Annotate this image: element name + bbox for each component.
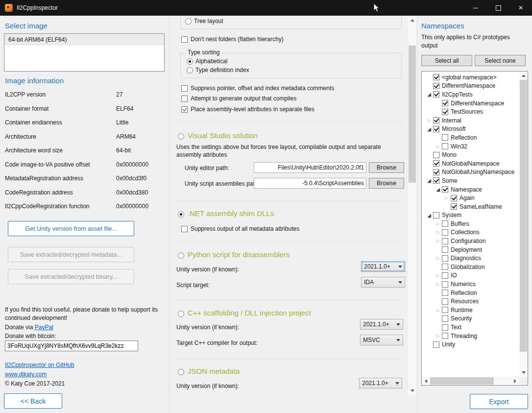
export-button[interactable]: Export [470,394,528,409]
scroll-down-button[interactable] [519,368,528,377]
alphabetical-radio-row[interactable]: Alphabetical [187,58,227,65]
namespace-checkbox[interactable] [451,195,457,201]
namespace-checkbox[interactable] [442,272,448,279]
tree-item[interactable]: ◢Il2CppTests [422,90,519,99]
tree-item[interactable]: ◢System [422,211,519,220]
suppress-metadata-comments-row[interactable]: Suppress pointer, offset and index metad… [181,85,334,92]
tree-item[interactable]: Reflection [422,133,519,142]
tree-item[interactable]: ◢Microsoft [422,125,519,134]
expander-collapsed-icon[interactable]: ▷ [425,118,433,123]
tree-item[interactable]: ▷Configuration [422,237,519,245]
tree-item[interactable]: ▷Internal [422,116,519,125]
tree-item[interactable]: ▷Again [422,194,519,202]
namespace-checkbox[interactable] [442,100,448,106]
vs-solution-section-head[interactable]: Visual Studio solution [178,131,258,140]
flatten-checkbox[interactable] [181,36,188,43]
browse-assemblies-path-button[interactable]: Browse [369,178,404,189]
alphabetical-radio[interactable] [187,58,193,65]
tree-item[interactable]: ▷Win32 [422,142,519,151]
get-unity-version-button[interactable]: Get Unity version from asset file... [8,221,134,236]
namespace-checkbox[interactable] [451,203,457,210]
cpp-compiler-combo[interactable]: MSVC [360,335,403,345]
json-radio[interactable] [178,369,184,375]
cpp-section-head[interactable]: C++ scaffolding / DLL injection project [178,309,311,317]
tree-item[interactable]: ▷Collections [422,228,519,237]
namespace-checkbox[interactable] [433,126,439,132]
json-section-head[interactable]: JSON metadata [178,367,240,375]
tree-item[interactable]: ◢Some [422,176,519,185]
namespace-checkbox[interactable] [442,316,448,322]
namespace-checkbox[interactable] [442,307,448,313]
separate-attributes-row[interactable]: Place assembly-level attributes in separ… [181,106,314,113]
tree-item[interactable]: Deployment [422,245,519,254]
maximize-button[interactable] [487,0,509,16]
namespace-checkbox[interactable] [442,281,448,288]
tree-vertical-scrollbar[interactable] [519,72,528,377]
scrollbar-thumb[interactable] [520,80,527,352]
tree-item[interactable]: Globalization [422,263,519,271]
tree-item[interactable]: Security [422,315,519,323]
namespace-checkbox[interactable] [442,143,448,149]
type-def-index-radio-row[interactable]: Type definition index [187,67,249,73]
expander-expanded-icon[interactable]: ◢ [425,92,433,97]
scroll-up-button[interactable] [408,16,416,24]
tree-item[interactable]: ▷Numerics [422,280,519,289]
scrollbar-thumb[interactable] [430,377,494,385]
tree-item[interactable]: SameLeafName [422,202,519,211]
expander-collapsed-icon[interactable]: ▷ [443,195,451,200]
back-button[interactable]: << Back [4,393,62,409]
namespace-checkbox[interactable] [433,74,439,80]
script-assemblies-path-input[interactable]: -5.0.4\ScriptAssemblies [254,178,366,189]
namespace-checkbox[interactable] [433,152,439,158]
minimize-button[interactable] [464,0,487,16]
separate-attributes-checkbox[interactable] [181,106,188,113]
namespace-checkbox[interactable] [442,134,448,141]
scrollbar-thumb[interactable] [409,46,416,183]
namespace-checkbox[interactable] [433,169,439,175]
namespace-tree[interactable]: <global namespace>DifferentNamespace◢Il2… [421,71,528,386]
namespace-checkbox[interactable] [442,324,448,331]
tree-item[interactable]: DifferentNamespace [422,82,519,91]
select-none-button[interactable]: Select none [475,55,526,66]
select-all-button[interactable]: Select all [421,55,472,66]
namespace-checkbox[interactable] [433,83,439,89]
scroll-up-button[interactable] [519,72,528,80]
suppress-attributes-checkbox[interactable] [181,226,188,232]
namespace-checkbox[interactable] [442,290,448,296]
namespace-checkbox[interactable] [442,109,448,115]
tree-item[interactable]: Text [422,323,519,332]
namespace-checkbox[interactable] [442,238,448,244]
namespace-checkbox[interactable] [442,229,448,236]
tree-item[interactable]: ▷Runtime [422,306,519,315]
cpp-unity-version-combo[interactable]: 2021.1.0+ [360,319,403,330]
image-listbox[interactable]: 64-bit ARM64 (ELF64) [4,33,165,72]
tree-item[interactable]: ▷IO [422,271,519,280]
tree-item[interactable]: ▷Buffers [422,219,519,228]
tree-item[interactable]: Unity [422,340,519,349]
scroll-down-button[interactable] [408,387,416,395]
namespace-checkbox[interactable] [433,177,439,184]
compilable-output-checkbox[interactable] [181,96,188,102]
flatten-checkbox-row[interactable]: Don't nest folders (flatten hierarchy) [181,36,284,43]
suppress-metadata-comments-checkbox[interactable] [181,85,188,92]
tree-item[interactable]: TestSources [422,107,519,116]
tree-item[interactable]: ◢Namespace [422,185,519,194]
namespace-checkbox[interactable] [433,341,439,348]
settings-scrollbar[interactable] [408,16,416,395]
expander-collapsed-icon[interactable]: ▷ [434,230,442,235]
python-radio[interactable] [178,252,184,259]
namespace-checkbox[interactable] [442,246,448,253]
json-unity-version-combo[interactable]: 2021.1.0+ [359,378,402,389]
github-link[interactable]: Il2CppInspector on GitHub [5,362,74,368]
tree-item[interactable]: NotGlobalNamespace [422,159,519,168]
close-button[interactable]: ✕ [509,0,532,16]
tree-layout-radio[interactable] [185,18,192,24]
tree-item[interactable]: ▷Diagnostics [422,254,519,263]
expander-collapsed-icon[interactable]: ▷ [434,308,442,313]
namespace-checkbox[interactable] [442,220,448,227]
tree-item[interactable]: Reflection [422,289,519,297]
expander-expanded-icon[interactable]: ◢ [425,178,433,183]
image-list-item[interactable]: 64-bit ARM64 (ELF64) [5,34,164,45]
expander-collapsed-icon[interactable]: ▷ [434,273,442,278]
namespace-checkbox[interactable] [442,298,448,305]
